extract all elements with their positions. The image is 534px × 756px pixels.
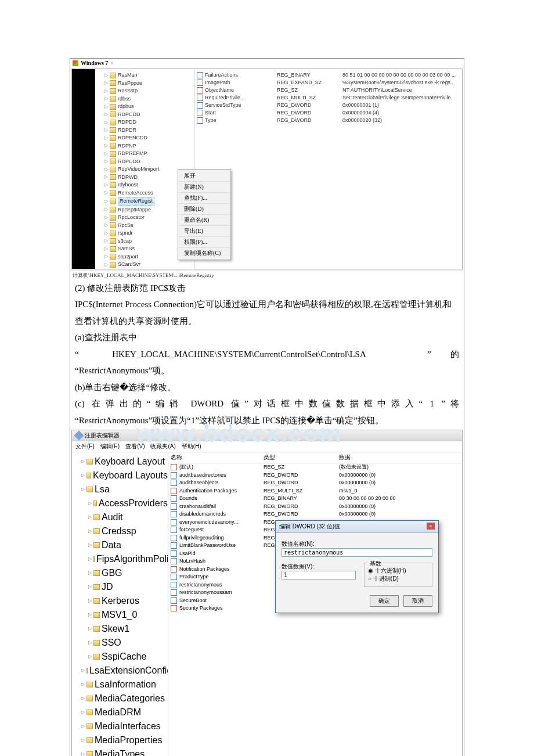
status-bar: 计算机\HKEY_LOCAL_MACHINE\SYSTEM\...\Remote… (70, 271, 464, 280)
para-c2: “RestrictAnonymous”项设置为“1”这样就可以禁止 IPC$的连… (75, 412, 459, 429)
radio-dec[interactable]: ○ 十进制(D) (368, 575, 428, 583)
para-a: (a)查找注册表中 (75, 329, 459, 346)
reg-value-row[interactable]: BoundsREG_BINARY00 30 00 00 00 20 00 00 (168, 495, 462, 503)
reg-value-row[interactable]: StartREG_DWORD0x00000004 (4) (197, 109, 460, 117)
tree-item[interactable]: ▷RDPREFMP (101, 150, 194, 158)
menu-item[interactable]: 复制项名称(C) (178, 248, 230, 258)
regedit-icon (74, 431, 84, 441)
menu-item[interactable]: 帮助(H) (182, 442, 201, 451)
menu-item[interactable]: 展开 (178, 171, 230, 182)
col-type[interactable]: 类型 (264, 453, 327, 462)
tree-item[interactable]: ▷MediaTypes (78, 747, 168, 756)
tree-item[interactable]: ▷RDPCDD (101, 111, 194, 119)
col-name[interactable]: 名称 (171, 453, 252, 462)
reg-value-row[interactable]: ImagePathREG_EXPAND_SZ%SystemRoot%\syste… (197, 79, 460, 87)
tree-item[interactable]: ▷MediaDRM (78, 705, 168, 719)
label-value-name: 数值名称(N): (282, 540, 432, 548)
tree-item[interactable]: ▷Data (78, 538, 168, 552)
edit-dword-dialog: 编辑 DWORD (32 位)值 × 数值名称(N): restrictanon… (275, 520, 439, 613)
dialog-title: 编辑 DWORD (32 位)值 (279, 523, 340, 531)
registry-values: FailureActionsREG_BINARY80 51 01 00 00 0… (194, 69, 462, 269)
reg-value-row[interactable]: TypeREG_DWORD0x00000020 (32) (197, 117, 460, 124)
window-titlebar: 注册表编辑器 (72, 430, 462, 441)
para-c: (c) 在弹出的“编辑 DWORD 值”对话框中数值数据框中添入“ 1 ”将 (75, 395, 459, 412)
windows-icon (73, 60, 78, 66)
group-base: 基数 (368, 560, 383, 568)
context-menu[interactable]: 展开新建(N)查找(F)...删除(D)重命名(R)导出(E)权限(P)...复… (178, 169, 231, 260)
tree-item[interactable]: ▷Keyboard Layout (78, 455, 168, 469)
tree-item[interactable]: ▷AccessProviders (78, 496, 168, 510)
tree-item[interactable]: ▷SCardSvr (101, 261, 194, 269)
reg-value-row[interactable]: RequiredPrivile...REG_MULTI_SZSeCreateGl… (197, 94, 460, 102)
tree-item[interactable]: ▷LsaInformation (78, 678, 168, 692)
reg-value-row[interactable]: ServiceSidTypeREG_DWORD0x00000001 (1) (197, 102, 460, 109)
input-value-data[interactable]: 1 (282, 571, 356, 579)
reg-value-row[interactable]: (默认)REG_SZ(数值未设置) (168, 463, 462, 471)
tree-item[interactable]: ▷SSO (78, 636, 168, 650)
input-value-name[interactable]: restrictanonymous (282, 548, 432, 557)
tree-item[interactable]: ▷RasSstp (101, 87, 194, 95)
menu-item[interactable]: 删除(D) (178, 204, 230, 215)
tree-item[interactable]: ▷rdpbus (101, 103, 194, 111)
col-data[interactable]: 数据 (339, 453, 460, 462)
window-tab: Windows 7 × (70, 59, 464, 67)
close-icon[interactable]: × (427, 523, 435, 530)
tree-item[interactable]: ▷RDPDD (101, 118, 194, 127)
tree-item[interactable]: ▷RDPDR (101, 127, 194, 135)
tree-item[interactable]: ▷Skew1 (78, 622, 168, 636)
tree-item[interactable]: ▷GBG (78, 566, 168, 580)
left-black-bar (72, 69, 95, 269)
tree-item[interactable]: ▷RasPppoe (101, 80, 194, 88)
menu-item[interactable]: 新建(N) (178, 182, 230, 193)
window-title-text: 注册表编辑器 (85, 431, 120, 440)
tree-item[interactable]: ▷MediaProperties (78, 733, 168, 747)
tree-item[interactable]: ▷rdbss (101, 95, 194, 103)
tree-item[interactable]: ▷JD (78, 580, 168, 594)
para-regpath-2: “RestrictAnonymous”项。 (75, 362, 459, 379)
reg-value-row[interactable]: disabledomaincredsREG_DWORD0x00000000 (0… (168, 510, 462, 519)
para-ipc-desc: IPC$(Internet Process Connection)它可以通过验证… (75, 296, 459, 329)
menu-item[interactable]: 重命名(R) (178, 215, 230, 226)
tree-item[interactable]: ▷Kerberos (78, 594, 168, 608)
reg-value-row[interactable]: crashonauditfailREG_DWORD0x00000000 (0) (168, 503, 462, 511)
label-value-data: 数值数据(V): (282, 563, 356, 571)
reg-value-row[interactable]: Authentication PackagesREG_MULTI_SZmsv1_… (168, 487, 462, 495)
tree-item[interactable]: ▷RasMan (101, 71, 194, 80)
para-regpath: “ HKEY_LOCAL_MACHINE\SYSTEM\CurrentContr… (75, 346, 459, 363)
tree-item[interactable]: ▷Credssp (78, 524, 168, 538)
menu-item[interactable]: 查找(F)... (178, 193, 230, 204)
screenshot-regedit-1: Windows 7 × ▷RasMan▷RasPppoe▷RasSstp▷rdb… (70, 59, 464, 280)
tree-item[interactable]: ▷SspiCache (78, 650, 168, 664)
menu-item[interactable]: 权限(P)... (178, 237, 230, 248)
reg-value-row[interactable]: auditbaseobjectsREG_DWORD0x00000000 (0) (168, 479, 462, 487)
tree-item[interactable]: ▷LsaExtensionConfig (78, 664, 168, 678)
tree-item[interactable]: ▷RDPUDD (101, 158, 194, 166)
radio-hex[interactable]: ◉ 十六进制(H) (368, 567, 428, 575)
menu-item[interactable]: 编辑(E) (100, 442, 120, 451)
list-header[interactable]: 名称 类型 数据 (168, 452, 462, 463)
para-b: (b)单击右键�选择“修改。 (75, 379, 459, 396)
menu-bar[interactable]: 文件(F)编辑(E)查看(V)收藏夹(A)帮助(H) (72, 441, 462, 452)
menu-item[interactable]: 查看(V) (125, 442, 145, 451)
reg-value-row[interactable]: FailureActionsREG_BINARY80 51 01 00 00 0… (197, 71, 460, 79)
menu-item[interactable]: 导出(E) (178, 226, 230, 237)
window-title: Windows 7 (81, 60, 108, 66)
tree-item[interactable]: ▷FipsAlgorithmPolicy (78, 552, 168, 566)
registry-tree-2[interactable]: ▷Keyboard Layout▷Keyboard Layouts▷Lsa▷Ac… (72, 452, 168, 756)
ok-button[interactable]: 确定 (370, 595, 399, 607)
tree-item[interactable]: ▷Lsa (78, 483, 168, 496)
tree-item[interactable]: ▷MSV1_0 (78, 608, 168, 622)
tree-item[interactable]: ▷Keyboard Layouts (78, 469, 168, 483)
tree-item[interactable]: ▷MediaInterfaces (78, 719, 168, 733)
tree-item[interactable]: ▷Audit (78, 510, 168, 524)
para-2: (2) 修改注册表防范 IPC$攻击 (75, 280, 459, 297)
cancel-button[interactable]: 取消 (403, 595, 432, 607)
tree-item[interactable]: ▷RDPENCDD (101, 134, 194, 142)
menu-item[interactable]: 收藏夹(A) (150, 442, 175, 451)
reg-value-row[interactable]: ObjectNameREG_SZNT AUTHORITY\LocalServic… (197, 87, 460, 94)
tree-item[interactable]: ▷MediaCategories (78, 692, 168, 705)
menu-item[interactable]: 文件(F) (75, 442, 95, 451)
reg-value-row[interactable]: auditbasedirectoriesREG_DWORD0x00000000 … (168, 471, 462, 480)
screenshot-regedit-2: www.bdocx.com 注册表编辑器 文件(F)编辑(E)查看(V)收藏夹(… (71, 430, 463, 756)
tree-item[interactable]: ▷RDPNP (101, 142, 194, 150)
